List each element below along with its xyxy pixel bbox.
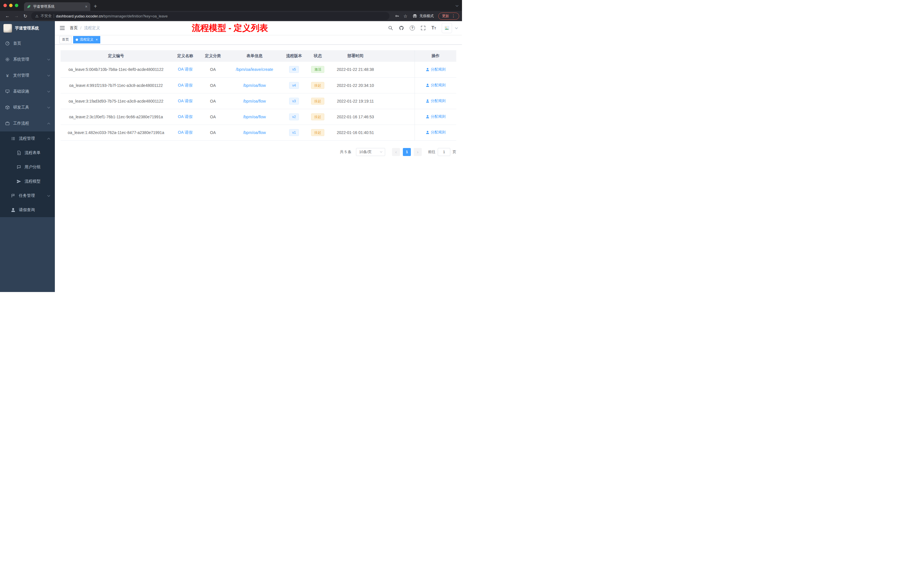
page-size-select[interactable]: 10条/页 (356, 148, 385, 156)
list-icon (11, 136, 15, 141)
new-tab-button[interactable]: + (94, 3, 97, 10)
sidebar-collapse-icon[interactable] (59, 25, 65, 31)
cell-deploy-time: 2022-01-22 20:34:10 (330, 78, 381, 93)
breadcrumb-home[interactable]: 首页 (70, 25, 78, 31)
search-icon[interactable] (388, 25, 393, 31)
cell-filler (381, 62, 415, 78)
logo-avatar (3, 24, 12, 33)
assign-rule-link[interactable]: 分配规则 (426, 67, 446, 72)
form-link[interactable]: /bpm/oa/flow (243, 99, 266, 104)
browser-toolbar: ← → ↻ ⚠ 不安全 dashboard.yudao.iocoder.cn/b… (0, 11, 462, 21)
update-button[interactable]: 更新 ⋮ (438, 13, 459, 20)
fullscreen-icon[interactable] (421, 25, 426, 31)
active-dot (76, 39, 78, 41)
assign-rule-link[interactable]: 分配规则 (426, 98, 446, 104)
definition-name-link[interactable]: OA 请假 (178, 99, 193, 103)
assign-rule-link[interactable]: 分配规则 (426, 130, 446, 135)
version-badge: v3 (289, 98, 299, 105)
font-size-icon[interactable]: TT (431, 25, 436, 31)
cell-deploy-time: 2022-01-22 21:48:38 (330, 62, 381, 78)
browser-menu-icon[interactable]: ⋮ (451, 14, 455, 18)
omnibox-divider (54, 14, 54, 18)
sidebar-item-user-group[interactable]: 用户分组 (0, 160, 55, 174)
cell-category: OA (199, 93, 227, 109)
sidebar-item-process-model[interactable]: 流程模型 (0, 174, 55, 188)
definition-name-link[interactable]: OA 请假 (178, 130, 193, 135)
col-operations: 操作 (415, 50, 456, 62)
person-icon (426, 115, 429, 119)
prev-page-button[interactable]: ‹ (392, 148, 400, 156)
page-size-value: 10条/页 (359, 149, 372, 155)
password-key-icon[interactable] (395, 14, 399, 18)
back-button[interactable]: ← (5, 13, 10, 18)
forward-button[interactable]: → (14, 13, 19, 18)
form-link[interactable]: /bpm/oa/flow (243, 130, 266, 135)
form-link[interactable]: /bpm/oa/leave/create (236, 67, 273, 72)
next-page-button[interactable]: › (414, 148, 422, 156)
tab-close-icon[interactable]: × (85, 4, 87, 9)
sidebar-item-system[interactable]: 系统管理 (0, 51, 55, 68)
table-header-row: 定义编号 定义名称 定义分类 表单信息 流程版本 状态 部署时间 操作 (61, 50, 456, 62)
sidebar-item-process-form[interactable]: 流程表单 (0, 146, 55, 160)
sidebar-item-label: 任务管理 (19, 193, 35, 198)
form-link[interactable]: /bpm/oa/flow (243, 83, 266, 88)
url-text: dashboard.yudao.iocoder.cn/bpm/manager/d… (56, 14, 168, 18)
table-row: oa_leave:3:1fad3d93-7b75-11ec-a3c8-acde4… (61, 93, 456, 109)
definition-name-link[interactable]: OA 请假 (178, 114, 193, 119)
help-icon[interactable]: ? (410, 25, 415, 31)
definition-name-link[interactable]: OA 请假 (178, 83, 193, 87)
definition-name-link[interactable]: OA 请假 (178, 67, 193, 71)
sidebar-item-process-management[interactable]: 流程管理 (0, 132, 55, 146)
bookmark-star-icon[interactable]: ☆ (403, 13, 408, 19)
reload-button[interactable]: ↻ (23, 13, 27, 19)
sidebar-item-payment[interactable]: ¥ 支付管理 (0, 68, 55, 83)
not-secure-label: 不安全 (41, 13, 52, 18)
avatar[interactable] (442, 23, 452, 33)
sidebar-item-devtools[interactable]: 研发工具 (0, 99, 55, 115)
status-badge: 挂起 (311, 82, 324, 89)
address-bar[interactable]: ⚠ 不安全 dashboard.yudao.iocoder.cn/bpm/man… (31, 12, 389, 20)
sidebar-item-task-management[interactable]: 任务管理 (0, 188, 55, 203)
browser-tab[interactable]: 芋道管理系统 × (24, 2, 90, 11)
sidebar-item-workflow[interactable]: 工作流程 (0, 115, 55, 132)
document-icon (16, 150, 21, 155)
sidebar-item-home[interactable]: 首页 (0, 35, 55, 51)
col-filler (381, 50, 415, 62)
status-badge: 挂起 (311, 129, 324, 136)
tab-search-chevron-icon[interactable] (456, 2, 458, 7)
github-icon[interactable] (399, 25, 404, 31)
sidebar-item-infrastructure[interactable]: 基础设施 (0, 83, 55, 99)
breadcrumb-separator: / (80, 26, 81, 30)
url-path: /bpm/manager/definition?key=oa_leave (102, 14, 167, 18)
current-page-button[interactable]: 1 (403, 148, 411, 156)
browser-tab-strip: 芋道管理系统 × + (0, 0, 462, 11)
assign-rule-link[interactable]: 分配规则 (426, 82, 446, 88)
person-icon (426, 130, 429, 134)
tag-home[interactable]: 首页 (59, 36, 71, 43)
breadcrumb-current: 流程定义 (84, 25, 100, 31)
window-controls (3, 4, 18, 7)
tag-close-icon[interactable]: × (96, 38, 98, 42)
update-label: 更新 (442, 14, 449, 18)
tags-view-bar: 首页 流程定义 × (55, 35, 462, 45)
chevron-down-icon (48, 89, 50, 92)
goto-unit: 页 (452, 149, 456, 155)
tag-process-definition[interactable]: 流程定义 × (73, 36, 100, 43)
cell-id: oa_leave:4:991f2193-7b7f-11ec-a3c8-acde4… (61, 78, 172, 93)
window-close-button[interactable] (3, 4, 7, 7)
definition-table: 定义编号 定义名称 定义分类 表单信息 流程版本 状态 部署时间 操作 oa_l… (61, 50, 456, 140)
col-deploy-time: 部署时间 (330, 50, 381, 62)
sidebar-item-leave-query[interactable]: 请假查询 (0, 203, 55, 217)
avatar-caret-icon[interactable] (455, 26, 458, 29)
goto-page-input[interactable] (438, 148, 450, 156)
flag-icon (11, 193, 15, 198)
form-link[interactable]: /bpm/oa/flow (243, 115, 266, 119)
assign-rule-link[interactable]: 分配规则 (426, 114, 446, 119)
window-minimize-button[interactable] (9, 4, 13, 7)
page-title: 流程模型 - 定义列表 (192, 22, 268, 34)
window-zoom-button[interactable] (15, 4, 18, 7)
person-icon (426, 68, 429, 71)
sidebar-menu: 首页 系统管理 ¥ 支付管理 基础设施 研发工具 (0, 35, 55, 292)
pagination: 共 5 条 10条/页 ‹ 1 › 前往 页 (61, 148, 456, 156)
cell-deploy-time: 2022-01-16 17:46:53 (330, 109, 381, 125)
